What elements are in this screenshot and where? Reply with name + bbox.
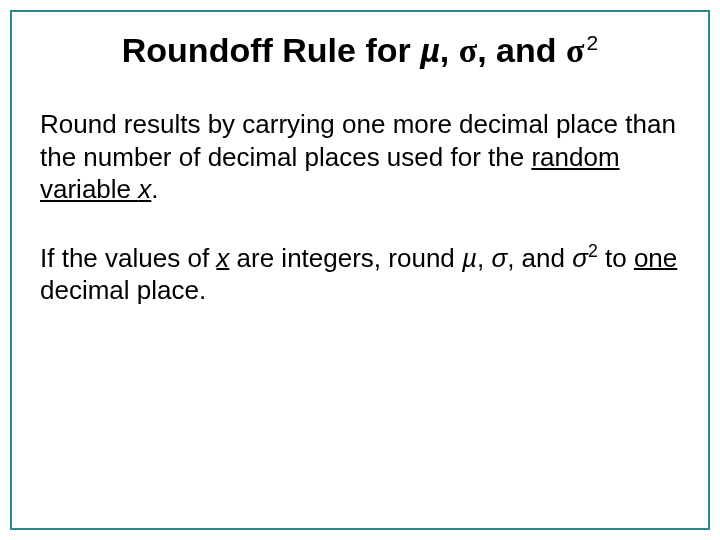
title-prefix: Roundoff Rule for (122, 31, 420, 69)
paragraph-1: Round results by carrying one more decim… (40, 108, 680, 206)
sigma-squared-symbol: σ (566, 32, 585, 69)
para2-exponent: 2 (588, 241, 598, 261)
x-var-2: x (216, 242, 229, 272)
one-underline: one (634, 242, 677, 272)
para2-t4: decimal place. (40, 275, 206, 305)
mu-symbol: µ (420, 31, 440, 69)
sigma-squared-2: σ (572, 242, 588, 272)
para2-t2: are integers, round (229, 242, 462, 272)
title-sep1: , (440, 31, 459, 69)
sigma-symbol-2: σ (491, 242, 507, 272)
slide-frame: Roundoff Rule for µ, σ, and σ2 Round res… (10, 10, 710, 530)
title-exponent: 2 (586, 31, 598, 54)
paragraph-2: If the values of x are integers, round µ… (40, 240, 680, 307)
sigma-symbol: σ (459, 32, 478, 69)
slide-title: Roundoff Rule for µ, σ, and σ2 (40, 30, 680, 72)
para2-t1: If the values of (40, 242, 216, 272)
para2-sep2: , and (507, 242, 572, 272)
para1-period: . (151, 174, 158, 204)
para2-sep1: , (477, 242, 491, 272)
mu-symbol-2: µ (462, 242, 477, 272)
x-var: x (138, 174, 151, 204)
title-sep2: , and (477, 31, 566, 69)
para2-t3: to (598, 242, 634, 272)
